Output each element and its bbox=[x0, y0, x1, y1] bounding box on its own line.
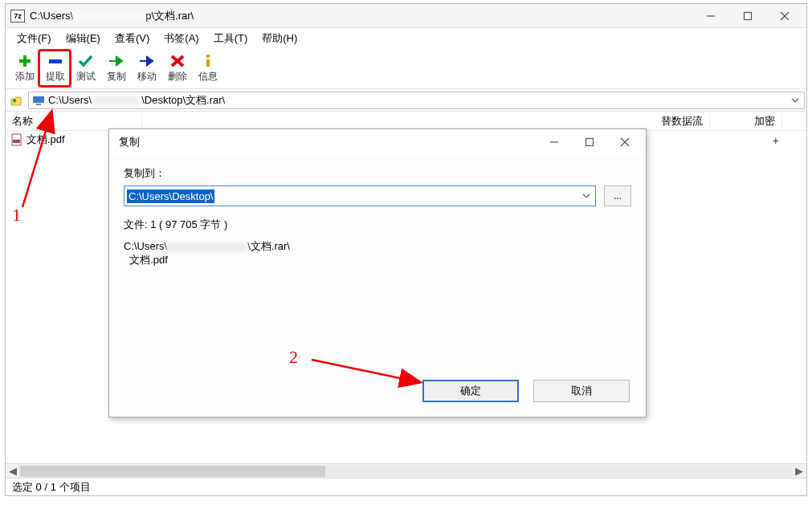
toolbar-test[interactable]: 测试 bbox=[71, 52, 100, 83]
info-icon bbox=[199, 52, 217, 70]
address-redacted bbox=[93, 96, 140, 105]
svg-rect-8 bbox=[36, 104, 41, 105]
cancel-button[interactable]: 取消 bbox=[533, 380, 630, 402]
toolbar-delete[interactable]: 删除 bbox=[163, 52, 192, 83]
svg-rect-4 bbox=[49, 59, 62, 63]
scroll-thumb[interactable] bbox=[20, 466, 325, 477]
dialog-body: 复制到： C:\Users\Desktop\ ... 文件: 1 ( 97 70… bbox=[109, 155, 646, 417]
address-suffix: \Desktop\文档.rar\ bbox=[141, 93, 225, 108]
status-bar: 选定 0 / 1 个项目 bbox=[6, 478, 806, 495]
chevron-down-icon[interactable] bbox=[581, 190, 592, 202]
title-path-suffix: p\文档.rar\ bbox=[145, 9, 194, 23]
column-altstream[interactable]: 替数据流 bbox=[655, 114, 710, 128]
toolbar-copy[interactable]: 复制 bbox=[102, 52, 131, 83]
encrypt-value: + bbox=[773, 134, 779, 147]
title-redacted bbox=[73, 10, 145, 22]
source-redacted bbox=[167, 242, 247, 252]
svg-rect-10 bbox=[13, 140, 20, 143]
toolbar: 添加 提取 测试 复制 移动 bbox=[6, 49, 806, 89]
destination-input[interactable]: C:\Users\Desktop\ bbox=[124, 185, 596, 206]
plus-icon bbox=[16, 52, 34, 70]
copy-dialog: 复制 复制到： C:\Users\Desktop\ ... 文件: 1 ( 97… bbox=[108, 128, 647, 417]
svg-rect-12 bbox=[586, 139, 594, 146]
file-name: 文档.pdf bbox=[27, 132, 65, 147]
maximize-button[interactable] bbox=[729, 4, 766, 28]
address-bar[interactable]: C:\Users\ \Desktop\文档.rar\ bbox=[28, 92, 805, 109]
dialog-minimize-button[interactable] bbox=[537, 130, 572, 154]
scroll-right-icon[interactable]: ▶ bbox=[792, 464, 806, 478]
minimize-button[interactable] bbox=[692, 4, 729, 28]
chevron-down-icon[interactable] bbox=[790, 95, 801, 106]
annotation-number-1: 1 bbox=[12, 205, 21, 226]
pdf-icon bbox=[10, 133, 23, 146]
svg-rect-7 bbox=[33, 96, 44, 103]
files-summary: 文件: 1 ( 97 705 字节 ) bbox=[124, 218, 631, 232]
address-prefix: C:\Users\ bbox=[48, 94, 92, 106]
computer-icon bbox=[32, 94, 45, 107]
menu-help[interactable]: 帮助(H) bbox=[257, 30, 302, 47]
status-text: 选定 0 / 1 个项目 bbox=[12, 480, 91, 495]
menu-edit[interactable]: 编辑(E) bbox=[61, 30, 105, 47]
menu-file[interactable]: 文件(F) bbox=[12, 30, 56, 47]
source-path: C:\Users\\文档.rar\ 文档.pdf bbox=[124, 240, 631, 267]
minus-icon bbox=[47, 52, 64, 70]
svg-rect-1 bbox=[745, 12, 752, 19]
dialog-title-text: 复制 bbox=[119, 135, 140, 149]
check-icon bbox=[77, 52, 95, 70]
annotation-number-2: 2 bbox=[289, 347, 298, 368]
toolbar-move[interactable]: 移动 bbox=[133, 52, 161, 83]
menu-bookmarks[interactable]: 书签(A) bbox=[159, 30, 203, 47]
menu-tools[interactable]: 工具(T) bbox=[209, 30, 253, 47]
horizontal-scrollbar[interactable]: ◀ ▶ bbox=[6, 463, 806, 478]
dialog-maximize-button[interactable] bbox=[572, 130, 607, 154]
column-encrypt[interactable]: 加密 bbox=[748, 114, 782, 128]
close-button[interactable] bbox=[766, 4, 803, 28]
toolbar-info[interactable]: 信息 bbox=[194, 52, 222, 83]
up-folder-button[interactable] bbox=[7, 92, 25, 109]
ok-button[interactable]: 确定 bbox=[422, 380, 519, 402]
toolbar-add[interactable]: 添加 bbox=[10, 52, 39, 83]
addressbar-row: C:\Users\ \Desktop\文档.rar\ bbox=[6, 89, 806, 112]
arrow-right-blue-icon bbox=[138, 52, 156, 70]
destination-value: C:\Users\Desktop\ bbox=[127, 189, 214, 203]
dialog-titlebar: 复制 bbox=[109, 129, 646, 155]
scroll-left-icon[interactable]: ◀ bbox=[6, 464, 20, 478]
browse-button[interactable]: ... bbox=[604, 185, 631, 206]
svg-rect-6 bbox=[206, 59, 210, 67]
column-name[interactable]: 名称 bbox=[6, 114, 142, 128]
arrow-right-green-icon bbox=[108, 52, 125, 70]
titlebar: 7z C:\Users\ p\文档.rar\ bbox=[6, 4, 806, 28]
dialog-close-button[interactable] bbox=[607, 130, 643, 154]
scroll-track[interactable] bbox=[20, 466, 792, 477]
x-icon bbox=[169, 52, 186, 70]
menu-view[interactable]: 查看(V) bbox=[110, 30, 154, 47]
app-icon: 7z bbox=[10, 10, 25, 22]
svg-point-5 bbox=[206, 55, 210, 58]
title-path-prefix: C:\Users\ bbox=[30, 10, 73, 22]
toolbar-extract[interactable]: 提取 bbox=[41, 52, 70, 83]
menubar: 文件(F) 编辑(E) 查看(V) 书签(A) 工具(T) 帮助(H) bbox=[6, 28, 806, 49]
copy-to-label: 复制到： bbox=[124, 166, 631, 181]
